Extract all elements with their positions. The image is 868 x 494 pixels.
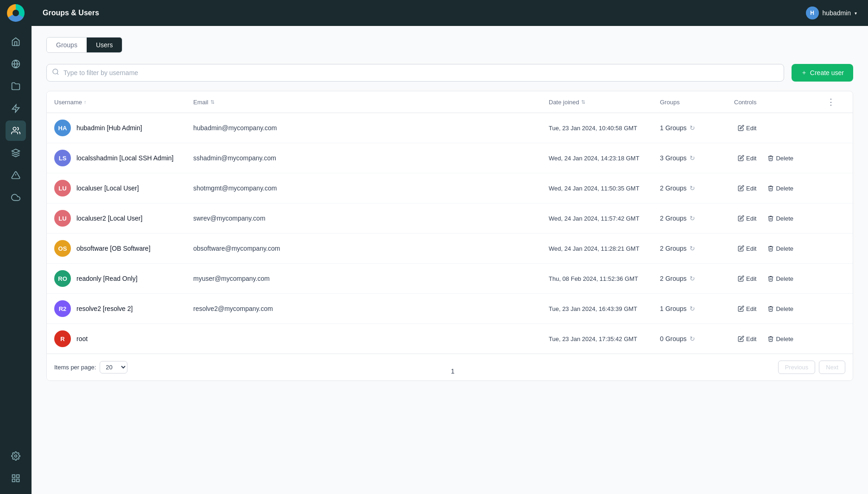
refresh-icon[interactable]: ↻	[690, 154, 695, 162]
user-cell: LU localuser [Local User]	[54, 180, 193, 196]
edit-button[interactable]: Edit	[734, 213, 760, 224]
edit-icon	[738, 336, 744, 342]
table-row: LS localsshadmin [Local SSH Admin] sshad…	[47, 143, 853, 173]
refresh-icon[interactable]: ↻	[690, 305, 695, 312]
edit-icon	[738, 155, 744, 161]
sidebar-item-cloud[interactable]	[6, 187, 26, 208]
create-user-button[interactable]: ＋ Create user	[792, 64, 853, 82]
app-logo[interactable]	[0, 0, 32, 26]
groups-cell: 2 Groups ↻	[660, 245, 734, 252]
delete-button[interactable]: Delete	[764, 334, 797, 344]
groups-cell: 1 Groups ↻	[660, 124, 734, 132]
svg-marker-4	[12, 149, 20, 153]
refresh-icon[interactable]: ↻	[690, 335, 695, 342]
sort-icon-username[interactable]: ↑	[84, 99, 87, 105]
delete-button[interactable]: Delete	[764, 153, 797, 164]
col-header-date: Date joined ⇅	[549, 97, 660, 107]
sidebar-item-folder[interactable]	[6, 76, 26, 96]
username-text: hubadmin [Hub Admin]	[76, 124, 142, 132]
edit-button[interactable]: Edit	[734, 334, 760, 344]
previous-button[interactable]: Previous	[778, 361, 816, 374]
trash-icon	[767, 155, 774, 161]
per-page-select[interactable]: 20 50 100	[100, 361, 127, 374]
edit-icon	[738, 185, 744, 191]
sidebar-item-users[interactable]	[6, 120, 26, 141]
search-input[interactable]	[46, 64, 784, 82]
sidebar-item-warning[interactable]	[6, 165, 26, 185]
refresh-icon[interactable]: ↻	[690, 215, 695, 222]
avatar: OS	[54, 240, 71, 257]
sort-icon-date[interactable]: ⇅	[581, 99, 585, 105]
groups-cell: 1 Groups ↻	[660, 305, 734, 312]
sidebar-item-lightning[interactable]	[6, 98, 26, 119]
user-cell: OS obsoftware [OB Software]	[54, 240, 193, 257]
refresh-icon[interactable]: ↻	[690, 124, 695, 132]
edit-button[interactable]: Edit	[734, 243, 760, 254]
sidebar-item-layers[interactable]	[6, 143, 26, 163]
col-header-email: Email ⇅	[193, 97, 549, 107]
avatar: HA	[54, 120, 71, 136]
trash-icon	[767, 245, 774, 252]
delete-button[interactable]: Delete	[764, 213, 797, 224]
edit-button[interactable]: Edit	[734, 304, 760, 314]
svg-line-13	[57, 73, 58, 75]
more-options-icon[interactable]: ⋮	[827, 97, 835, 107]
topbar: Groups & Users H hubadmin ▾	[32, 0, 868, 26]
groups-count: 2 Groups	[660, 245, 687, 252]
edit-button[interactable]: Edit	[734, 273, 760, 284]
trash-icon	[767, 185, 774, 191]
main-wrapper: Groups & Users H hubadmin ▾ Groups Users…	[32, 0, 868, 494]
groups-count: 1 Groups	[660, 305, 687, 312]
refresh-icon[interactable]: ↻	[690, 245, 695, 252]
user-cell: RO readonly [Read Only]	[54, 270, 193, 287]
groups-count: 1 Groups	[660, 124, 687, 132]
sidebar-item-layout[interactable]	[6, 468, 26, 488]
tab-group: Groups Users	[46, 37, 122, 53]
edit-button[interactable]: Edit	[734, 153, 760, 164]
page-title: Groups & Users	[43, 9, 99, 17]
trash-icon	[767, 275, 774, 282]
username-text: obsoftware [OB Software]	[76, 245, 151, 252]
delete-button[interactable]: Delete	[764, 273, 797, 284]
tab-groups[interactable]: Groups	[47, 38, 87, 52]
user-avatar: H	[806, 6, 819, 19]
table-row: RO readonly [Read Only] myuser@mycompany…	[47, 264, 853, 294]
edit-button[interactable]: Edit	[734, 183, 760, 194]
user-cell: HA hubadmin [Hub Admin]	[54, 120, 193, 136]
col-header-username: Username ↑	[54, 97, 193, 107]
svg-rect-11	[17, 479, 19, 482]
username-text: readonly [Read Only]	[76, 275, 138, 282]
date-text: Wed, 24 Jan 2024, 14:23:18 GMT	[549, 155, 660, 162]
plus-icon: ＋	[801, 69, 807, 77]
avatar: R2	[54, 300, 71, 317]
refresh-icon[interactable]: ↻	[690, 184, 695, 192]
delete-button[interactable]: Delete	[764, 304, 797, 314]
avatar: LU	[54, 210, 71, 227]
username-text: localuser2 [Local User]	[76, 215, 142, 222]
groups-count: 2 Groups	[660, 184, 687, 192]
email-text: hubadmin@mycompany.com	[193, 124, 549, 132]
topbar-user-menu[interactable]: H hubadmin ▾	[806, 6, 857, 19]
sidebar-item-home[interactable]	[6, 32, 26, 52]
sidebar-bottom	[6, 440, 26, 494]
sidebar-item-settings[interactable]	[6, 446, 26, 466]
edit-button[interactable]: Edit	[734, 123, 760, 133]
delete-button[interactable]: Delete	[764, 183, 797, 194]
next-button[interactable]: Next	[819, 361, 845, 374]
col-header-groups: Groups	[660, 97, 734, 107]
sidebar-item-globe[interactable]	[6, 54, 26, 74]
tab-users[interactable]: Users	[87, 38, 122, 52]
user-cell: LS localsshadmin [Local SSH Admin]	[54, 150, 193, 166]
sort-icon-email[interactable]: ⇅	[210, 99, 215, 105]
search-wrap	[46, 64, 784, 82]
refresh-icon[interactable]: ↻	[690, 275, 695, 282]
groups-cell: 2 Groups ↻	[660, 184, 734, 192]
svg-rect-9	[17, 475, 19, 478]
delete-button[interactable]: Delete	[764, 243, 797, 254]
search-icon	[52, 68, 59, 77]
current-page: 1	[451, 367, 455, 375]
username-text: localuser [Local User]	[76, 184, 139, 192]
svg-point-12	[53, 69, 58, 74]
sidebar-nav	[0, 26, 32, 440]
trash-icon	[767, 336, 774, 342]
